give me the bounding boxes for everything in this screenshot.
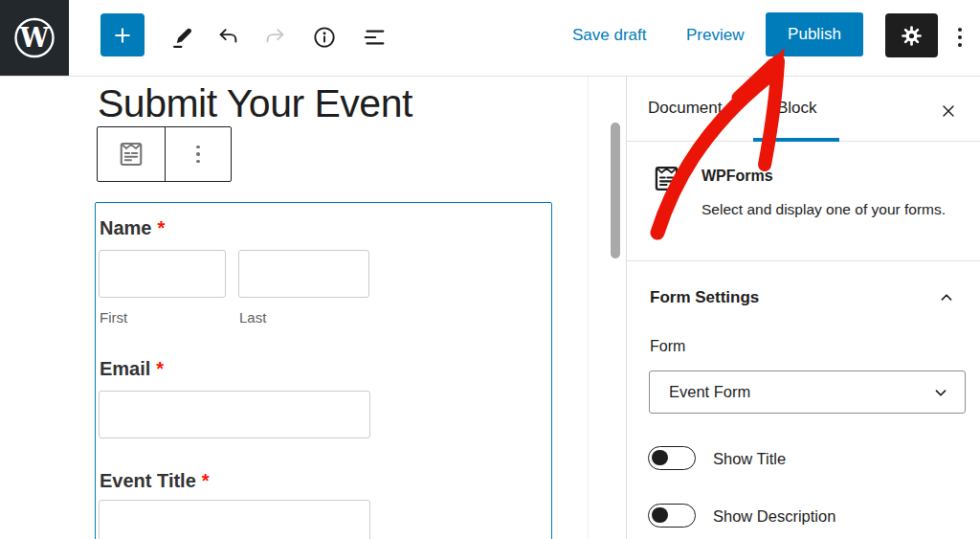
tab-block[interactable]: Block bbox=[777, 99, 817, 118]
wpforms-block-button[interactable] bbox=[98, 127, 165, 181]
chevron-down-icon bbox=[930, 382, 951, 403]
info-icon bbox=[311, 24, 338, 51]
toggle-knob bbox=[652, 450, 668, 466]
list-view-icon bbox=[361, 24, 388, 51]
event-title-input bbox=[99, 500, 370, 539]
save-draft-button[interactable]: Save draft bbox=[572, 26, 647, 45]
post-title[interactable]: Submit Your Event bbox=[98, 82, 412, 125]
preview-button[interactable]: Preview bbox=[686, 26, 744, 45]
wpforms-icon bbox=[652, 164, 681, 197]
show-title-toggle[interactable] bbox=[648, 446, 696, 470]
email-input bbox=[99, 391, 370, 438]
close-sidebar-button[interactable] bbox=[932, 95, 965, 127]
event-title-field-label: Event Title* bbox=[100, 470, 210, 492]
add-block-icon bbox=[110, 23, 135, 48]
name-field-label: Name* bbox=[100, 217, 165, 239]
sidebar-divider bbox=[626, 77, 627, 539]
tab-document[interactable]: Document bbox=[648, 99, 722, 118]
show-description-toggle[interactable] bbox=[648, 504, 696, 528]
undo-button[interactable] bbox=[208, 15, 248, 59]
first-sublabel: First bbox=[100, 309, 127, 326]
block-card-title: WPForms bbox=[702, 168, 773, 185]
info-button[interactable] bbox=[304, 15, 345, 59]
wordpress-logo[interactable]: W bbox=[0, 0, 69, 76]
form-settings-title: Form Settings bbox=[650, 288, 759, 307]
toggle-knob bbox=[652, 507, 668, 524]
first-name-input bbox=[99, 250, 226, 298]
wordpress-block-editor: W bbox=[0, 0, 980, 539]
edit-mode-button[interactable] bbox=[162, 15, 202, 59]
redo-icon bbox=[262, 25, 288, 51]
close-icon bbox=[939, 101, 958, 121]
gear-icon bbox=[899, 23, 924, 49]
options-menu-button[interactable] bbox=[946, 15, 974, 59]
add-block-button[interactable] bbox=[100, 13, 145, 56]
section-divider bbox=[627, 260, 980, 261]
block-toolbar bbox=[97, 126, 232, 182]
kebab-icon bbox=[196, 146, 200, 164]
required-asterisk: * bbox=[156, 358, 164, 379]
canvas-edge-divider bbox=[588, 77, 589, 539]
active-tab-indicator bbox=[753, 138, 839, 142]
undo-icon bbox=[215, 25, 241, 51]
wpforms-icon bbox=[117, 140, 145, 168]
required-asterisk: * bbox=[157, 217, 165, 238]
last-sublabel: Last bbox=[239, 309, 266, 326]
email-field-label: Email* bbox=[100, 358, 164, 380]
vertical-scrollbar[interactable] bbox=[611, 123, 620, 258]
form-select-label: Form bbox=[650, 338, 685, 355]
show-description-label: Show Description bbox=[713, 507, 835, 526]
chevron-up-icon bbox=[936, 287, 957, 308]
block-options-button[interactable] bbox=[165, 127, 232, 181]
publish-button[interactable]: Publish bbox=[766, 12, 863, 56]
pen-icon bbox=[169, 25, 195, 51]
kebab-icon bbox=[958, 28, 962, 47]
block-card-description: Select and display one of your forms. bbox=[702, 197, 948, 222]
wordpress-logo-icon: W bbox=[0, 0, 69, 76]
last-name-input bbox=[238, 250, 369, 298]
editor-header: W bbox=[0, 0, 980, 77]
collapse-panel-button[interactable] bbox=[936, 287, 957, 311]
required-asterisk: * bbox=[202, 470, 210, 491]
form-select-value: Event Form bbox=[669, 383, 930, 401]
svg-text:W: W bbox=[19, 23, 50, 53]
form-select[interactable]: Event Form bbox=[649, 371, 966, 414]
show-title-label: Show Title bbox=[713, 450, 786, 468]
settings-button[interactable] bbox=[885, 13, 938, 57]
list-view-button[interactable] bbox=[354, 15, 394, 59]
redo-button[interactable] bbox=[255, 15, 295, 59]
